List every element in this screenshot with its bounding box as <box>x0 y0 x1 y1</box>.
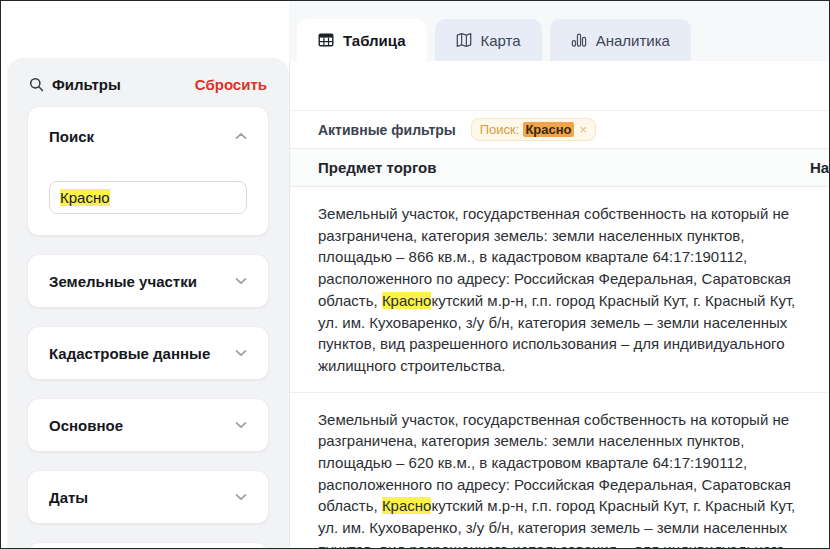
filters-sidebar: Фильтры Сбросить Поиск Красно Земел <box>7 58 289 548</box>
lot-description: Земельный участок, государственная собст… <box>318 409 796 548</box>
section-label: Поиск <box>49 128 94 145</box>
chevron-down-icon <box>235 349 247 357</box>
filter-section-land-plots-toggle[interactable]: Земельные участки <box>28 255 268 307</box>
bar-chart-icon <box>571 32 587 48</box>
table-header: Предмет торгов Начальная цена <box>290 148 829 187</box>
chevron-down-icon <box>235 421 247 429</box>
chevron-up-icon <box>235 132 247 140</box>
section-label: Земельные участки <box>49 273 197 290</box>
tab-map[interactable]: Карта <box>435 19 542 61</box>
filter-section-main-toggle[interactable]: Основное <box>28 399 268 451</box>
main-panel: Таблица Карта <box>289 1 829 548</box>
tab-map-label: Карта <box>481 32 521 49</box>
reset-filters-button[interactable]: Сбросить <box>195 76 267 93</box>
section-label: Основное <box>49 417 123 434</box>
section-label: Кадастровые данные <box>49 345 210 362</box>
table-row[interactable]: Земельный участок, государственная собст… <box>290 393 829 548</box>
tab-analytics[interactable]: Аналитика <box>550 19 691 61</box>
filter-section-cadastre-toggle[interactable]: Кадастровые данные <box>28 327 268 379</box>
filter-section-dates: Даты <box>27 470 269 524</box>
filter-chip-value: Красно <box>523 122 573 137</box>
section-label: Даты <box>49 489 88 506</box>
remove-filter-icon[interactable]: × <box>580 122 588 137</box>
filter-section-search-toggle[interactable]: Поиск <box>28 107 268 159</box>
chevron-down-icon <box>235 493 247 501</box>
filter-section-main: Основное <box>27 398 269 452</box>
column-subject: Предмет торгов <box>318 159 436 176</box>
active-filters-label: Активные фильтры <box>318 122 456 138</box>
filter-chip-search[interactable]: Поиск: Красно × <box>471 118 596 141</box>
filter-section-partial[interactable] <box>27 542 269 549</box>
active-filters-bar: Активные фильтры Поиск: Красно × <box>290 111 829 148</box>
auction-search-app: Таблица Карта <box>0 0 830 549</box>
filter-section-cadastre: Кадастровые данные <box>27 326 269 380</box>
view-tabs: Таблица Карта <box>289 1 829 61</box>
filter-sections: Поиск Красно Земельные участки <box>7 106 289 549</box>
filters-header: Фильтры Сбросить <box>7 58 289 106</box>
search-input[interactable]: Красно <box>49 181 247 214</box>
filter-section-land-plots: Земельные участки <box>27 254 269 308</box>
tab-table[interactable]: Таблица <box>297 19 427 61</box>
chevron-down-icon <box>235 277 247 285</box>
search-icon <box>29 77 44 92</box>
results-panel: Активные фильтры Поиск: Красно × Предмет… <box>289 61 829 548</box>
tab-analytics-label: Аналитика <box>596 32 670 49</box>
filters-title-wrap: Фильтры <box>29 76 121 93</box>
map-icon <box>456 32 472 48</box>
lot-description: Земельный участок, государственная собст… <box>318 203 796 377</box>
column-start-price: Начальная цена <box>810 149 829 186</box>
table-icon <box>318 32 334 48</box>
tab-table-label: Таблица <box>343 32 406 49</box>
toolbar-space <box>290 61 829 111</box>
filter-section-dates-toggle[interactable]: Даты <box>28 471 268 523</box>
filters-title: Фильтры <box>52 76 121 93</box>
filter-chip-field: Поиск: <box>480 122 520 137</box>
filter-section-search: Поиск Красно <box>27 106 269 236</box>
table-row[interactable]: Земельный участок, государственная собст… <box>290 187 829 393</box>
